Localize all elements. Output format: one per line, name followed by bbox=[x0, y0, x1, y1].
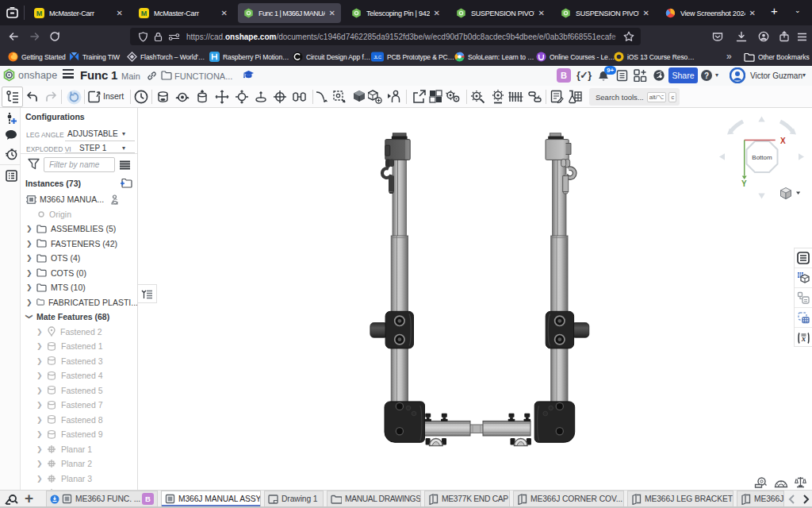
svg-text:?: ? bbox=[704, 71, 709, 80]
svg-text:x: x bbox=[801, 333, 806, 342]
svg-text:JLC: JLC bbox=[373, 55, 381, 60]
